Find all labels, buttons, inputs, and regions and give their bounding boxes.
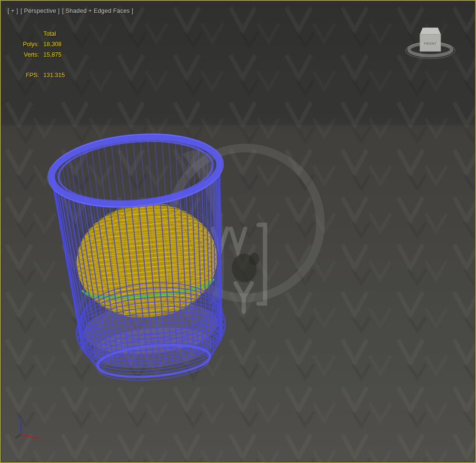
viewport-label-bar: [ + ][ Perspective ][ Shaded + Edged Fac… xyxy=(8,8,136,14)
stats-verts-label: Verts: xyxy=(14,50,39,60)
perspective-viewport[interactable]: [ + ][ Perspective ][ Shaded + Edged Fac… xyxy=(0,0,476,463)
stats-spacer xyxy=(14,60,65,70)
stats-verts-row: Verts: 15,875 xyxy=(14,50,65,60)
background-pattern xyxy=(1,1,475,462)
axis-y-line xyxy=(15,434,21,438)
scene-glass-wireframe xyxy=(1,1,475,462)
viewport-menu-button[interactable]: [ + ] xyxy=(8,8,18,14)
stats-fps-label: FPS: xyxy=(14,70,39,81)
viewport-shading-button[interactable]: [ Shaded + Edged Faces ] xyxy=(62,8,133,14)
center-watermark xyxy=(1,1,475,462)
viewcube[interactable]: FRONT xyxy=(401,22,467,67)
stats-total-header: Total xyxy=(43,29,56,39)
world-axis-gizmo: z x xyxy=(13,412,56,445)
axis-z-label: z xyxy=(18,414,20,419)
stats-header-row: Total xyxy=(14,29,65,39)
stats-polys-row: Polys: 18,308 xyxy=(14,39,65,50)
viewcube-top-face[interactable] xyxy=(420,28,441,34)
watermark-logo xyxy=(171,148,321,312)
viewcube-front-label: FRONT xyxy=(424,42,437,45)
stats-fps-value: 131.315 xyxy=(43,70,65,81)
axis-x-line xyxy=(21,434,38,439)
viewport-pov-button[interactable]: [ Perspective ] xyxy=(20,8,60,14)
statistics-overlay: Total Polys: 18,308 Verts: 15,875 FPS: 1… xyxy=(14,29,65,81)
axis-x-label: x xyxy=(40,438,42,443)
stats-polys-label: Polys: xyxy=(14,39,39,50)
stats-fps-row: FPS: 131.315 xyxy=(14,70,65,81)
stats-polys-value: 18,308 xyxy=(43,39,61,50)
stats-verts-value: 15,875 xyxy=(43,50,61,60)
